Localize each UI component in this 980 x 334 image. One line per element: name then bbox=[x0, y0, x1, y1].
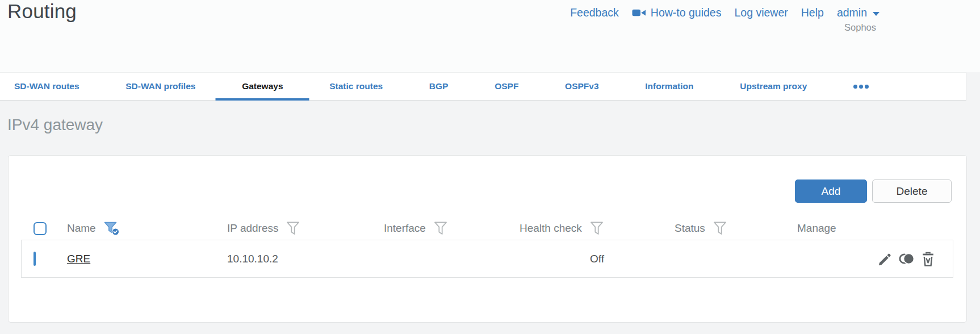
gateway-card: Add Delete Name IP address Interface bbox=[8, 155, 967, 323]
column-header-health-check: Health check bbox=[520, 222, 582, 235]
tab-bgp[interactable]: BGP bbox=[429, 73, 449, 100]
column-header-manage: Manage bbox=[797, 222, 836, 235]
tab-static-routes[interactable]: Static routes bbox=[329, 73, 383, 100]
select-all-checkbox[interactable] bbox=[33, 222, 47, 235]
tab-ospf[interactable]: OSPF bbox=[495, 73, 518, 100]
tab-information[interactable]: Information bbox=[645, 73, 693, 100]
tab-sd-wan-routes[interactable]: SD-WAN routes bbox=[14, 73, 79, 100]
ellipsis-icon bbox=[853, 85, 857, 89]
tab-sd-wan-profiles[interactable]: SD-WAN profiles bbox=[125, 73, 195, 100]
how-to-guides-label: How-to guides bbox=[651, 6, 722, 19]
page-title: Routing bbox=[7, 0, 77, 23]
gateway-name-link[interactable]: GRE bbox=[67, 253, 90, 265]
column-header-name: Name bbox=[67, 222, 96, 235]
name-filter-icon-active[interactable] bbox=[104, 221, 120, 236]
edit-pencil-icon[interactable] bbox=[877, 251, 893, 267]
caret-down-icon bbox=[873, 12, 880, 16]
log-viewer-link[interactable]: Log viewer bbox=[734, 6, 788, 19]
gateway-ip-address: 10.10.10.2 bbox=[227, 253, 384, 265]
trash-icon[interactable] bbox=[921, 251, 935, 267]
column-header-interface: Interface bbox=[384, 222, 426, 235]
feedback-label: Feedback bbox=[570, 6, 619, 19]
toolbar: Add Delete bbox=[795, 179, 952, 203]
delete-button[interactable]: Delete bbox=[872, 179, 952, 203]
help-link[interactable]: Help bbox=[801, 6, 824, 19]
table-header: Name IP address Interface Health check bbox=[9, 215, 966, 242]
header-links: Feedback How-to guides Log viewer Help a… bbox=[570, 6, 880, 19]
ip-filter-icon[interactable] bbox=[286, 221, 300, 236]
table-row: GRE 10.10.10.2 Off bbox=[21, 240, 953, 278]
row-checkbox[interactable] bbox=[33, 252, 36, 266]
tab-bar: SD-WAN routes SD-WAN profiles Gateways S… bbox=[0, 72, 966, 101]
admin-label: admin bbox=[837, 6, 867, 19]
manage-actions bbox=[797, 251, 953, 267]
video-camera-icon bbox=[632, 8, 646, 18]
top-bar: Routing Feedback How-to guides Log viewe… bbox=[0, 0, 980, 72]
section-title: IPv4 gateway bbox=[7, 116, 103, 134]
feedback-link[interactable]: Feedback bbox=[570, 6, 619, 19]
how-to-guides-link[interactable]: How-to guides bbox=[632, 6, 722, 19]
interface-filter-icon[interactable] bbox=[434, 221, 447, 236]
tab-gateways[interactable]: Gateways bbox=[242, 73, 283, 100]
log-viewer-label: Log viewer bbox=[734, 6, 788, 19]
tab-upstream-proxy[interactable]: Upstream proxy bbox=[740, 73, 807, 100]
column-header-status: Status bbox=[675, 222, 705, 235]
gateway-health-check: Off bbox=[520, 253, 675, 265]
admin-menu[interactable]: admin bbox=[837, 6, 880, 19]
clone-icon[interactable] bbox=[898, 251, 916, 266]
help-label: Help bbox=[801, 6, 824, 19]
more-tabs-button[interactable] bbox=[853, 73, 869, 100]
column-header-ip-address: IP address bbox=[227, 222, 278, 235]
tab-ospfv3[interactable]: OSPFv3 bbox=[565, 73, 598, 100]
status-filter-icon[interactable] bbox=[713, 221, 727, 236]
add-button[interactable]: Add bbox=[795, 179, 867, 203]
health-check-filter-icon[interactable] bbox=[590, 221, 604, 236]
brand-label: Sophos bbox=[844, 22, 876, 33]
